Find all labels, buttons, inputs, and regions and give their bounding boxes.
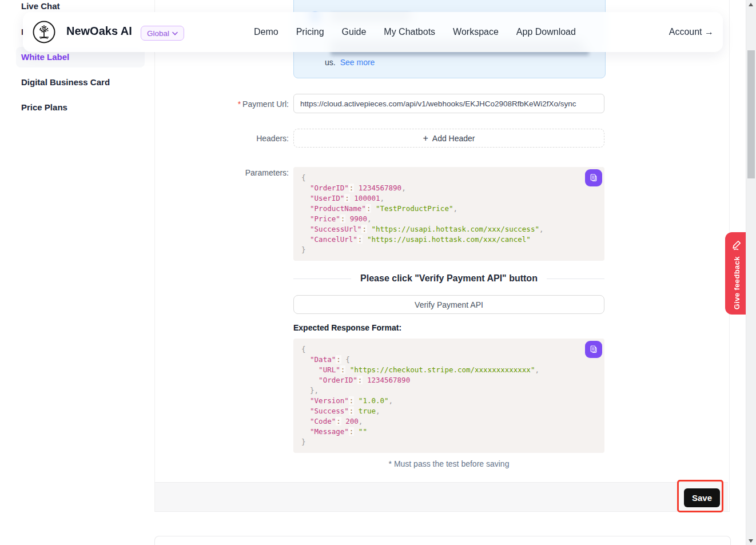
chevron-down-icon xyxy=(172,31,178,35)
next-section-card xyxy=(154,536,731,545)
scroll-up-arrow-icon[interactable] xyxy=(749,3,753,6)
expected-response-json: { "Data": { "URL": "https://checkout.str… xyxy=(293,339,604,453)
expected-response-label: Expected Response Format: xyxy=(293,323,401,332)
top-navbar: NewOaks AI Global Demo Pricing Guide My … xyxy=(23,12,723,52)
newoaks-logo-icon xyxy=(33,21,55,43)
give-feedback-label: Give feedback xyxy=(733,256,741,309)
sidebar-item-live-chat[interactable]: Live Chat xyxy=(21,1,60,11)
parameters-json: { "OrderID": 1234567890, "UserID": 10000… xyxy=(293,167,604,261)
scroll-down-arrow-icon[interactable] xyxy=(749,539,753,543)
nav-link-workspace[interactable]: Workspace xyxy=(453,27,499,37)
plus-icon: + xyxy=(423,134,428,143)
scrollbar-thumb[interactable] xyxy=(747,50,755,178)
parameters-code-block: { "OrderID": 1234567890, "UserID": 10000… xyxy=(293,167,604,261)
payment-url-label: *Payment Url: xyxy=(189,100,289,109)
payment-url-input[interactable] xyxy=(293,94,604,113)
pencil-icon xyxy=(731,239,742,250)
required-asterisk: * xyxy=(238,100,241,109)
card-footer xyxy=(155,482,728,512)
save-annotation-box: Save xyxy=(677,480,723,512)
brand-name[interactable]: NewOaks AI xyxy=(66,25,132,38)
see-more-link[interactable]: See more xyxy=(340,58,375,67)
white-label-settings-page: Live Chat I White Label Digital Business… xyxy=(0,0,756,545)
nav-link-demo[interactable]: Demo xyxy=(254,27,278,37)
expected-response-code-block: { "Data": { "URL": "https://checkout.str… xyxy=(293,339,604,453)
nav-link-app-download[interactable]: App Download xyxy=(516,27,576,37)
must-pass-note: * Must pass the test before saving xyxy=(293,459,604,468)
verify-hint-divider: Please click "Verify Payment API" button xyxy=(293,273,604,284)
verify-payment-api-button[interactable]: Verify Payment API xyxy=(293,295,604,314)
parameters-label: Parameters: xyxy=(189,168,289,177)
nav-link-guide[interactable]: Guide xyxy=(342,27,367,37)
nav-link-pricing[interactable]: Pricing xyxy=(296,27,324,37)
nav-link-my-chatbots[interactable]: My Chatbots xyxy=(384,27,435,37)
copy-icon[interactable] xyxy=(585,169,602,186)
sidebar-item-digital-business-card[interactable]: Digital Business Card xyxy=(21,77,110,87)
sidebar-item-white-label[interactable]: White Label xyxy=(21,52,69,62)
save-button[interactable]: Save xyxy=(684,488,720,507)
add-header-button[interactable]: + Add Header xyxy=(293,129,604,148)
copy-icon[interactable] xyxy=(585,341,602,358)
give-feedback-tab[interactable]: Give feedback xyxy=(725,232,748,315)
account-link[interactable]: Account → xyxy=(669,12,714,52)
vertical-scrollbar[interactable] xyxy=(746,0,756,545)
headers-label: Headers: xyxy=(189,134,289,143)
sidebar-item-price-plans[interactable]: Price Plans xyxy=(21,102,67,112)
verify-hint-text: Please click "Verify Payment API" button xyxy=(360,273,538,284)
region-selector[interactable]: Global xyxy=(141,26,184,41)
nav-links: Demo Pricing Guide My Chatbots Workspace… xyxy=(254,12,576,52)
reminder-text: us. xyxy=(325,58,336,67)
